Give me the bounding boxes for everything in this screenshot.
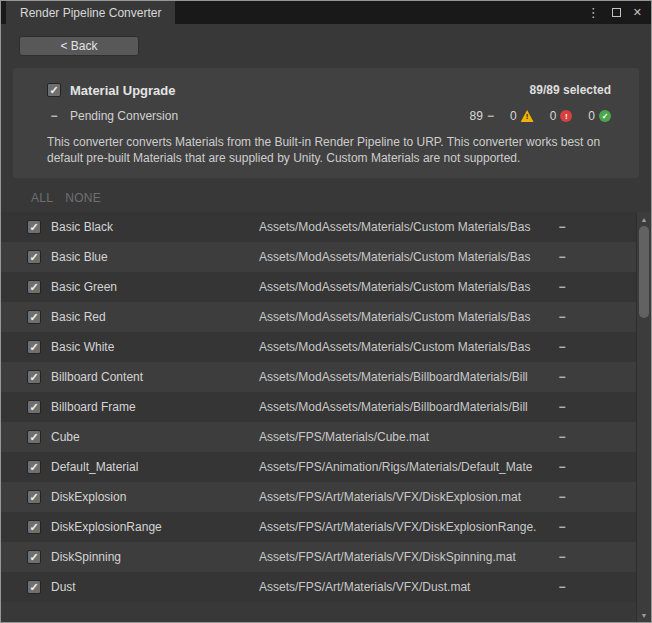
item-status-icon: − xyxy=(547,490,577,504)
item-name: Basic Blue xyxy=(51,250,259,264)
list-item[interactable]: ✓ Basic White Assets/ModAssets/Materials… xyxy=(1,332,636,362)
converter-header-row: ✓ Material Upgrade 89/89 selected xyxy=(47,76,611,104)
item-checkmark-icon: ✓ xyxy=(29,552,38,563)
item-name: Billboard Content xyxy=(51,370,259,384)
item-status-icon: − xyxy=(547,370,577,384)
item-checkbox[interactable]: ✓ xyxy=(27,310,41,324)
pending-conversion-label: Pending Conversion xyxy=(70,109,178,123)
item-status-icon: − xyxy=(547,340,577,354)
material-upgrade-checkbox[interactable]: ✓ xyxy=(47,83,61,97)
converter-description: This converter converts Materials from t… xyxy=(47,134,611,166)
warning-stat: 0 ! xyxy=(510,109,534,123)
item-path: Assets/ModAssets/Materials/Custom Materi… xyxy=(259,220,547,234)
success-icon: ✓ xyxy=(599,110,611,122)
back-button[interactable]: < Back xyxy=(19,36,139,56)
titlebar: Render Pipeline Converter ⋮ ✕ xyxy=(1,1,651,24)
item-status-icon: − xyxy=(547,580,577,594)
window-tab[interactable]: Render Pipeline Converter xyxy=(6,1,175,24)
item-checkmark-icon: ✓ xyxy=(29,222,38,233)
pending-conversion-row[interactable]: − Pending Conversion 89 − 0 ! 0 ! 0 ✓ xyxy=(47,104,611,128)
item-status-icon: − xyxy=(547,460,577,474)
scrollbar-thumb[interactable] xyxy=(639,226,649,318)
warning-icon: ! xyxy=(521,110,534,122)
item-status-icon: − xyxy=(547,280,577,294)
item-checkmark-icon: ✓ xyxy=(29,492,38,503)
item-path: Assets/FPS/Art/Materials/VFX/Dust.mat xyxy=(259,580,547,594)
item-checkbox[interactable]: ✓ xyxy=(27,550,41,564)
converter-panel: ✓ Material Upgrade 89/89 selected − Pend… xyxy=(13,68,639,178)
item-status-icon: − xyxy=(547,310,577,324)
list-item[interactable]: ✓ Cube Assets/FPS/Materials/Cube.mat − xyxy=(1,422,636,452)
item-checkbox[interactable]: ✓ xyxy=(27,370,41,384)
conversion-list: ✓ Basic Black Assets/ModAssets/Materials… xyxy=(1,212,636,622)
item-name: Basic White xyxy=(51,340,259,354)
item-checkmark-icon: ✓ xyxy=(29,522,38,533)
maximize-icon[interactable] xyxy=(612,8,621,17)
checkmark-icon: ✓ xyxy=(49,85,58,96)
menu-icon[interactable]: ⋮ xyxy=(587,6,600,19)
scroll-down-arrow[interactable]: ▼ xyxy=(637,608,651,622)
item-checkmark-icon: ✓ xyxy=(29,342,38,353)
item-name: Cube xyxy=(51,430,259,444)
close-icon[interactable]: ✕ xyxy=(633,7,642,18)
item-checkmark-icon: ✓ xyxy=(29,312,38,323)
pending-dash-icon: − xyxy=(487,109,494,123)
item-status-icon: − xyxy=(547,430,577,444)
window-title: Render Pipeline Converter xyxy=(20,6,161,20)
item-name: Basic Red xyxy=(51,310,259,324)
scrollbar[interactable]: ▲ ▼ xyxy=(636,212,651,622)
list-item[interactable]: ✓ DiskExplosionRange Assets/FPS/Art/Mate… xyxy=(1,512,636,542)
item-checkbox[interactable]: ✓ xyxy=(27,340,41,354)
list-item[interactable]: ✓ Basic Blue Assets/ModAssets/Materials/… xyxy=(1,242,636,272)
list-item[interactable]: ✓ Basic Black Assets/ModAssets/Materials… xyxy=(1,212,636,242)
item-name: Default_Material xyxy=(51,460,259,474)
item-name: DiskSpinning xyxy=(51,550,259,564)
pending-stat: 89 − xyxy=(470,109,494,123)
scrollbar-track[interactable] xyxy=(637,226,651,608)
item-checkbox[interactable]: ✓ xyxy=(27,400,41,414)
item-path: Assets/ModAssets/Materials/Custom Materi… xyxy=(259,310,547,324)
list-item[interactable]: ✓ Billboard Frame Assets/ModAssets/Mater… xyxy=(1,392,636,422)
item-name: Dust xyxy=(51,580,259,594)
item-checkmark-icon: ✓ xyxy=(29,372,38,383)
scroll-up-arrow[interactable]: ▲ xyxy=(637,212,651,226)
item-path: Assets/FPS/Art/Materials/VFX/DiskExplosi… xyxy=(259,490,547,504)
item-checkbox[interactable]: ✓ xyxy=(27,430,41,444)
item-checkbox[interactable]: ✓ xyxy=(27,490,41,504)
list-item[interactable]: ✓ Dust Assets/FPS/Art/Materials/VFX/Dust… xyxy=(1,572,636,602)
item-path: Assets/FPS/Animation/Rigs/Materials/Defa… xyxy=(259,460,547,474)
error-stat: 0 ! xyxy=(550,109,573,123)
item-checkmark-icon: ✓ xyxy=(29,582,38,593)
list-item[interactable]: ✓ DiskSpinning Assets/FPS/Art/Materials/… xyxy=(1,542,636,572)
select-none-button[interactable]: NONE xyxy=(65,191,101,205)
success-count: 0 xyxy=(588,109,595,123)
item-checkmark-icon: ✓ xyxy=(29,462,38,473)
list-item[interactable]: ✓ Basic Green Assets/ModAssets/Materials… xyxy=(1,272,636,302)
list-item[interactable]: ✓ Basic Red Assets/ModAssets/Materials/C… xyxy=(1,302,636,332)
item-name: Billboard Frame xyxy=(51,400,259,414)
list-wrap: ✓ Basic Black Assets/ModAssets/Materials… xyxy=(1,212,651,622)
list-header: ALL NONE xyxy=(1,184,651,212)
select-all-button[interactable]: ALL xyxy=(31,191,53,205)
item-checkbox[interactable]: ✓ xyxy=(27,250,41,264)
item-path: Assets/ModAssets/Materials/Custom Materi… xyxy=(259,280,547,294)
converter-title: Material Upgrade xyxy=(70,83,175,98)
item-status-icon: − xyxy=(547,520,577,534)
item-checkbox[interactable]: ✓ xyxy=(27,220,41,234)
warning-count: 0 xyxy=(510,109,517,123)
item-checkbox[interactable]: ✓ xyxy=(27,460,41,474)
status-counts: 89 − 0 ! 0 ! 0 ✓ xyxy=(454,109,611,123)
item-checkbox[interactable]: ✓ xyxy=(27,280,41,294)
list-item[interactable]: ✓ Billboard Content Assets/ModAssets/Mat… xyxy=(1,362,636,392)
item-path: Assets/ModAssets/Materials/Custom Materi… xyxy=(259,250,547,264)
selected-count-label: 89/89 selected xyxy=(530,83,611,97)
item-checkbox[interactable]: ✓ xyxy=(27,580,41,594)
item-name: DiskExplosionRange xyxy=(51,520,259,534)
item-name: Basic Green xyxy=(51,280,259,294)
list-item[interactable]: ✓ Default_Material Assets/FPS/Animation/… xyxy=(1,452,636,482)
list-item[interactable]: ✓ DiskExplosion Assets/FPS/Art/Materials… xyxy=(1,482,636,512)
toolbar: < Back xyxy=(1,24,651,68)
render-pipeline-converter-window: Render Pipeline Converter ⋮ ✕ < Back ✓ M… xyxy=(0,0,652,623)
item-checkbox[interactable]: ✓ xyxy=(27,520,41,534)
item-name: Basic Black xyxy=(51,220,259,234)
